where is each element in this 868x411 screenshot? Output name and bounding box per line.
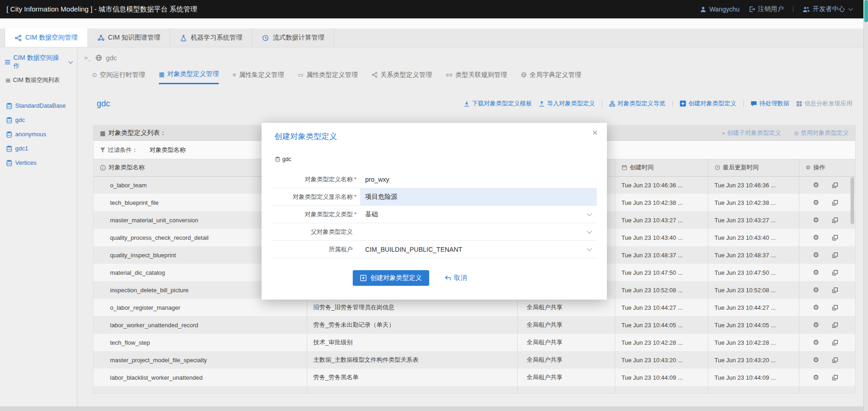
row-copy-icon[interactable] (832, 287, 838, 293)
table-scrollbar[interactable] (851, 177, 854, 387)
row-settings-gear-icon[interactable]: ⚙ (813, 198, 819, 207)
cell-updated: Tue Jun 23 10:43:27 ... (708, 211, 799, 229)
row-settings-gear-icon[interactable]: ⚙ (813, 303, 819, 312)
row-copy-icon[interactable] (832, 235, 838, 241)
subtab-object-type-definition[interactable]: ▦ 对象类型定义管理 (159, 70, 219, 84)
cell-operations: ⚙ (799, 351, 856, 369)
developer-center-menu[interactable]: 开发者中心 (803, 5, 852, 13)
disable-definition-button[interactable]: ⊘ 禁用对象类型定义 (794, 129, 849, 137)
analysis-app-button[interactable]: 信息分析发现应用 (796, 99, 852, 108)
page-scrollbar[interactable] (863, 0, 868, 411)
row-copy-icon[interactable] (832, 375, 838, 381)
row-settings-gear-icon[interactable]: ⚙ (813, 356, 819, 364)
row-settings-gear-icon[interactable]: ⚙ (813, 338, 819, 347)
sidebar-item-space-list[interactable]: CIM 数据空间列表 (0, 73, 77, 87)
space-name: gdc1 (15, 145, 28, 152)
row-settings-gear-icon[interactable]: ⚙ (813, 233, 819, 242)
filter-field-select[interactable]: 对象类型名称 (150, 146, 186, 154)
funnel-icon (100, 147, 105, 153)
table-row[interactable]: o_labor_register_manager 旧劳务_旧劳务管理员在岗信息 … (93, 299, 856, 316)
field-object-type-name[interactable]: 对象类型定义名称 * pro_wxy (272, 171, 597, 188)
chevron-down-icon[interactable] (587, 246, 592, 251)
field-value[interactable]: 项目危险源 (365, 193, 397, 201)
subtab-association-rules[interactable]: 类型关联规则管理 (446, 70, 507, 84)
row-settings-gear-icon[interactable]: ⚙ (813, 373, 819, 382)
cell-operations: ⚙ (799, 194, 856, 211)
knowledge-graph-icon (98, 35, 105, 41)
table-row[interactable] (93, 386, 856, 394)
row-copy-icon[interactable] (832, 252, 838, 258)
sidebar-item-vertices[interactable]: Vertices (0, 156, 77, 170)
table-row[interactable]: labor_blacklist_worker_unattended 劳务_劳务黑… (93, 369, 856, 386)
field-object-type-display-name[interactable]: 对象类型定义显示名称 * 项目危险源 (272, 188, 597, 206)
cell-display-name: 旧劳务_旧劳务管理员在岗信息 (307, 299, 517, 316)
create-child-definition-button[interactable]: + 创建子对象类型定义 (722, 129, 781, 137)
row-copy-icon[interactable] (832, 270, 838, 276)
cancel-button[interactable]: 取消 (445, 274, 467, 282)
field-value[interactable]: CIM_BUILDIN_PUBLIC_TENANT (365, 246, 462, 253)
field-object-type-category[interactable]: 对象类型定义类型 * 基础 (272, 206, 597, 223)
close-icon[interactable]: × (592, 127, 598, 138)
cell-updated: Tue Jun 23 10:46:36 ... (708, 176, 799, 194)
create-definition-button[interactable]: 创建对象类型定义 (680, 99, 736, 108)
field-parent-object-type[interactable]: 父对象类型定义 (272, 223, 597, 241)
definition-tour-button[interactable]: 对象类型定义导览 (609, 99, 665, 108)
footer-strip (0, 406, 868, 411)
sidebar-item-gdc1[interactable]: gdc1 (0, 141, 77, 156)
chevron-down-icon[interactable] (587, 211, 592, 216)
row-settings-gear-icon[interactable]: ⚙ (813, 251, 819, 259)
subtab-relation-type[interactable]: 关系类型定义管理 (372, 70, 432, 84)
row-settings-gear-icon[interactable]: ⚙ (813, 321, 819, 329)
table-row[interactable]: master_project_model_file_specialty 主数据_… (93, 351, 856, 369)
pending-data-button[interactable]: 待处理数据 (751, 99, 789, 108)
sidebar-item-standarddatabase[interactable]: StandardDataBase (0, 98, 77, 113)
cell-created: Tue Jun 23 10:42:38 ... (615, 194, 708, 211)
table-row[interactable]: tech_flow_step 技术_审批级别 全局租户共享 Tue Jun 23… (93, 334, 856, 351)
row-copy-icon[interactable] (832, 305, 838, 311)
logout-button[interactable]: 注销用户 (749, 5, 784, 13)
cell-created (615, 386, 708, 394)
row-copy-icon[interactable] (832, 322, 838, 328)
field-value[interactable]: pro_wxy (365, 176, 389, 183)
header-updated-time[interactable]: 最后更新时间 (708, 159, 799, 176)
row-copy-icon[interactable] (832, 340, 838, 346)
subtab-attribute-set[interactable]: ≡ 属性集定义管理 (233, 70, 284, 84)
tab-knowledge-graph[interactable]: CIM 知识图谱管理 (88, 29, 171, 47)
subtab-global-dictionary[interactable]: 全局字典定义管理 (521, 70, 581, 84)
breadcrumb-space-name[interactable]: gdc (106, 54, 117, 62)
submit-create-button[interactable]: 创建对象类型定义 (353, 270, 429, 286)
row-copy-icon[interactable] (832, 217, 838, 223)
import-definition-button[interactable]: 导入对象类型定义 (539, 99, 595, 108)
header-created-time[interactable]: 创建时间 (615, 159, 708, 176)
field-label: 对象类型定义类型 (272, 210, 353, 219)
row-settings-gear-icon[interactable]: ⚙ (813, 181, 819, 189)
row-copy-icon[interactable] (832, 182, 838, 188)
row-copy-icon[interactable] (832, 200, 838, 206)
sidebar-item-anonymous[interactable]: anonymous (0, 127, 77, 141)
page-scrollbar-thumb[interactable] (864, 0, 868, 22)
download-template-button[interactable]: 下载对象类型定义模板 (464, 99, 532, 108)
table-scrollbar-thumb[interactable] (851, 177, 854, 224)
data-space-icon (15, 35, 22, 41)
row-settings-gear-icon[interactable]: ⚙ (813, 216, 819, 224)
sidebar-section-data-space-ops[interactable]: CIM 数据空间操作 (0, 47, 77, 73)
user-menu[interactable]: Wangychu (700, 6, 740, 13)
chat-icon (751, 101, 757, 107)
sidebar-item-gdc[interactable]: gdc (0, 113, 77, 127)
tab-stream-computing[interactable]: 流式数据计算管理 (252, 29, 334, 47)
field-value[interactable]: 基础 (365, 210, 378, 219)
row-settings-gear-icon[interactable]: ⚙ (813, 286, 819, 294)
plus-square-icon (360, 275, 367, 281)
page-actions: 下载对象类型定义模板 导入对象类型定义 对象类型定义导览 创建对象类型定义 待处… (464, 99, 852, 108)
table-row[interactable]: labor_worker_unattended_record 劳务_劳务未出勤记… (93, 316, 856, 334)
subtab-runtime[interactable]: ⊙ 空间运行时管理 (92, 70, 145, 84)
subtab-attribute-type[interactable]: ▭ 属性类型定义管理 (298, 70, 358, 84)
row-settings-gear-icon[interactable]: ⚙ (813, 268, 819, 277)
row-copy-icon[interactable] (832, 357, 838, 363)
field-tenant[interactable]: 所属租户 CIM_BUILDIN_PUBLIC_TENANT (272, 241, 597, 258)
cell-display-name: 劳务_劳务黑名单 (307, 369, 517, 386)
user-icon (700, 6, 706, 12)
tab-cim-data-space[interactable]: CIM 数据空间管理 (5, 29, 88, 47)
tab-machine-learning[interactable]: 机器学习系统管理 (170, 29, 252, 47)
chevron-down-icon[interactable] (587, 228, 592, 233)
